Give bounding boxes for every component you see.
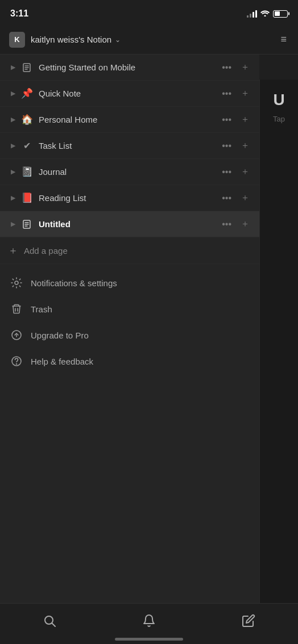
checkmark-icon: ✔ (19, 139, 34, 153)
chevron-down-icon: ⌄ (115, 36, 121, 44)
nav-actions[interactable]: ••• ＋ (219, 216, 253, 232)
nav-label-task-list: Task List (39, 141, 219, 150)
nav-item-task-list[interactable]: ▶ ✔ Task List ••• ＋ (0, 133, 259, 159)
upgrade-pro-label: Upgrade to Pro (31, 331, 89, 340)
upgrade-icon (10, 329, 23, 341)
plus-button[interactable]: ＋ (238, 164, 253, 180)
chevron-right-icon: ▶ (7, 192, 19, 204)
add-page-button[interactable]: ＋ Add a page (0, 237, 259, 264)
nav-label-journal: Journal (39, 167, 219, 177)
wifi-icon (260, 9, 270, 18)
menu-icon[interactable]: ≡ (278, 31, 289, 48)
help-icon (10, 355, 23, 367)
nav-item-quick-note[interactable]: ▶ 📌 Quick Note ••• ＋ (0, 81, 259, 107)
plus-icon: ＋ (8, 245, 18, 256)
status-bar: 3:11 (0, 0, 298, 25)
chevron-right-icon: ▶ (7, 114, 19, 126)
plus-button[interactable]: ＋ (238, 85, 253, 102)
nav-emoji-quick-note: 📌 (19, 86, 34, 101)
status-time: 3:11 (10, 9, 28, 19)
dots-button[interactable]: ••• (219, 217, 234, 232)
nav-actions[interactable]: ••• ＋ (219, 137, 253, 154)
notifications-settings-item[interactable]: Notifications & settings (0, 270, 259, 296)
compose-tab-button[interactable] (236, 608, 261, 633)
search-tab-button[interactable] (37, 608, 62, 633)
nav-item-getting-started[interactable]: ▶ Getting Started on Mobile ••• ＋ (0, 55, 259, 81)
nav-emoji-journal: 📓 (19, 165, 34, 179)
nav-actions[interactable]: ••• ＋ (219, 164, 253, 180)
dots-button[interactable]: ••• (219, 191, 234, 206)
add-page-label: Add a page (24, 246, 68, 256)
bottom-menu: Notifications & settings Trash (0, 264, 259, 380)
chevron-right-icon: ▶ (7, 61, 19, 74)
upgrade-pro-item[interactable]: Upgrade to Pro (0, 322, 259, 348)
battery-icon (273, 10, 288, 18)
workspace-avatar: K (9, 32, 25, 48)
dots-button[interactable]: ••• (219, 165, 234, 179)
help-feedback-item[interactable]: Help & feedback (0, 348, 259, 374)
svg-point-8 (15, 281, 18, 285)
plus-button[interactable]: ＋ (238, 111, 253, 128)
nav-item-untitled[interactable]: ▶ Untitled ••• ＋ (0, 211, 259, 237)
chevron-right-icon: ▶ (7, 166, 19, 178)
nav-label-quick-note: Quick Note (39, 89, 219, 98)
svg-line-16 (52, 623, 56, 626)
trash-icon (10, 303, 23, 315)
nav-actions[interactable]: ••• ＋ (219, 190, 253, 206)
notifications-settings-label: Notifications & settings (31, 278, 117, 288)
nav-item-personal-home[interactable]: ▶ 🏠 Personal Home ••• ＋ (0, 107, 259, 133)
trash-label: Trash (31, 304, 52, 314)
nav-actions[interactable]: ••• ＋ (219, 111, 253, 128)
nav-label-untitled: Untitled (39, 219, 219, 229)
nav-item-journal[interactable]: ▶ 📓 Journal ••• ＋ (0, 159, 259, 185)
chevron-right-icon: ▶ (7, 87, 19, 100)
nav-emoji-personal-home: 🏠 (19, 112, 34, 127)
gear-icon (10, 277, 23, 289)
right-panel-tap: Tap (273, 115, 285, 123)
doc-icon (19, 60, 34, 75)
home-indicator (115, 638, 183, 641)
chevron-right-icon: ▶ (7, 218, 19, 231)
nav-label-getting-started: Getting Started on Mobile (39, 62, 219, 72)
signal-icon (247, 10, 257, 18)
nav-actions[interactable]: ••• ＋ (219, 85, 253, 102)
header[interactable]: K kaitlyn weiss's Notion ⌄ ≡ (0, 25, 298, 55)
plus-button[interactable]: ＋ (238, 190, 253, 206)
nav-label-reading-list: Reading List (39, 193, 219, 203)
sidebar: ▶ Getting Started on Mobile ••• ＋ ▶ 📌 Qu… (0, 55, 259, 603)
nav-label-personal-home: Personal Home (39, 115, 219, 124)
nav-actions[interactable]: ••• ＋ (219, 59, 253, 76)
right-panel-letter: U (273, 91, 284, 109)
nav-emoji-reading-list: 📕 (19, 191, 34, 206)
plus-button[interactable]: ＋ (238, 216, 253, 232)
page-wrapper: ▶ Getting Started on Mobile ••• ＋ ▶ 📌 Qu… (0, 55, 298, 603)
status-icons (247, 9, 288, 18)
plus-button[interactable]: ＋ (238, 137, 253, 154)
dots-button[interactable]: ••• (219, 86, 234, 101)
notifications-tab-button[interactable] (136, 608, 162, 633)
dots-button[interactable]: ••• (219, 139, 234, 153)
help-feedback-label: Help & feedback (31, 357, 93, 366)
dots-button[interactable]: ••• (219, 112, 234, 127)
nav-item-reading-list[interactable]: ▶ 📕 Reading List ••• ＋ (0, 185, 259, 211)
doc-icon (19, 217, 34, 232)
workspace-name: kaitlyn weiss's Notion ⌄ (31, 35, 278, 44)
chevron-right-icon: ▶ (7, 140, 19, 152)
svg-point-14 (16, 364, 17, 365)
right-panel: U Tap (259, 80, 298, 644)
plus-button[interactable]: ＋ (238, 59, 253, 76)
trash-item[interactable]: Trash (0, 296, 259, 322)
dots-button[interactable]: ••• (219, 60, 234, 75)
